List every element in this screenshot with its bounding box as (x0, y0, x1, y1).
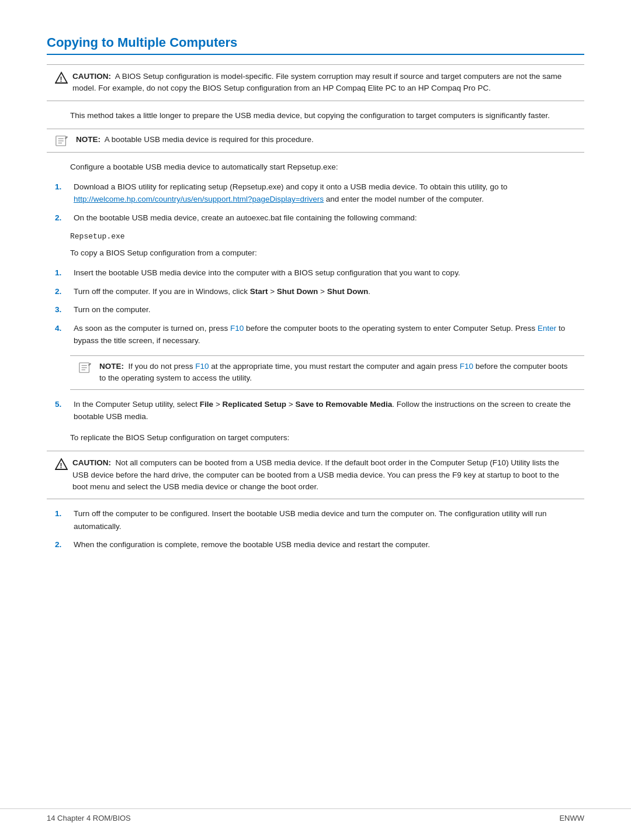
page-content: Copying to Multiple Computers ! CAUTION:… (0, 0, 631, 606)
footer-right: ENWW (559, 814, 584, 822)
step-text-4-1: Turn off the computer to be configured. … (74, 509, 546, 531)
steps-list-4: 1. Turn off the computer to be configure… (70, 507, 584, 551)
step-1-1: 1. Download a BIOS utility for replicati… (70, 181, 584, 206)
steps-list-1: 1. Download a BIOS utility for replicati… (70, 181, 584, 224)
step-2-1: 1. Insert the bootable USB media device … (70, 267, 584, 279)
steps-list-2: 1. Insert the bootable USB media device … (70, 267, 584, 347)
step-num-2-4: 4. (55, 322, 61, 335)
step-text-2-1: Insert the bootable USB media device int… (74, 268, 460, 277)
caution-icon-2: ! (55, 458, 68, 473)
caution-icon-1: ! (55, 71, 68, 87)
code-block-1: Repsetup.exe (70, 232, 584, 241)
step-num-1-2: 2. (55, 212, 61, 224)
hp-support-link[interactable]: http://welcome.hp.com/country/us/en/supp… (74, 195, 324, 203)
note-label-1: NOTE: (76, 135, 100, 144)
step-num-2-1: 1. (55, 267, 61, 279)
step-text-2-3: Turn on the computer. (74, 305, 151, 314)
step-1-2: 2. On the bootable USB media device, cre… (70, 212, 584, 224)
caution-box-1: ! CAUTION: A BIOS Setup configuration is… (47, 64, 584, 101)
copy-intro: To copy a BIOS Setup configuration from … (47, 247, 584, 260)
note-text-1: NOTE: A bootable USB media device is req… (76, 134, 314, 146)
step-3-5: 5. In the Computer Setup utility, select… (70, 398, 584, 423)
configure-intro: Configure a bootable USB media device to… (47, 161, 584, 174)
step-4-1: 1. Turn off the computer to be configure… (70, 507, 584, 533)
step-num-4-1: 1. (55, 507, 61, 520)
steps-list-3: 5. In the Computer Setup utility, select… (70, 398, 584, 423)
footer-left: 14 Chapter 4 ROM/BIOS (47, 814, 131, 822)
note-text-2: NOTE: If you do not press F10 at the app… (99, 361, 576, 385)
step-2-4: 4. As soon as the computer is turned on,… (70, 322, 584, 347)
note-box-1: NOTE: A bootable USB media device is req… (47, 129, 584, 153)
step-text-2-4: As soon as the computer is turned on, pr… (74, 324, 565, 345)
note-icon-1 (55, 134, 71, 147)
step-num-2-2: 2. (55, 285, 61, 298)
caution-label-1: CAUTION: (72, 72, 111, 81)
caution-body-2: Not all computers can be booted from a U… (72, 458, 559, 491)
svg-text:!: ! (60, 462, 63, 470)
body-text-1: This method takes a little longer to pre… (47, 109, 584, 122)
step-num-2-3: 3. (55, 303, 61, 316)
note-body-1: A bootable USB media device is required … (105, 135, 314, 144)
caution-body-1: A BIOS Setup configuration is model-spec… (72, 72, 561, 92)
step-num-1-1: 1. (55, 181, 61, 193)
step-text-1-2: On the bootable USB media device, create… (74, 213, 417, 222)
step-num-3-5: 5. (55, 398, 61, 411)
step-text-2-2: Turn off the computer. If you are in Win… (74, 287, 370, 296)
step-num-4-2: 2. (55, 538, 61, 551)
svg-text:!: ! (60, 75, 63, 84)
caution-text-1: CAUTION: A BIOS Setup configuration is m… (72, 71, 576, 95)
step-text-1-1: Download a BIOS utility for replicating … (74, 182, 507, 204)
replicate-intro: To replicate the BIOS Setup configuratio… (47, 431, 584, 444)
caution-box-2: ! CAUTION: Not all computers can be boot… (47, 451, 584, 499)
page-title: Copying to Multiple Computers (47, 35, 584, 55)
caution-label-2: CAUTION: (72, 458, 111, 467)
caution-text-2: CAUTION: Not all computers can be booted… (72, 457, 576, 493)
step-text-3-5: In the Computer Setup utility, select Fi… (74, 400, 571, 421)
note-icon-2 (78, 361, 95, 374)
note-label-2: NOTE: (99, 362, 124, 371)
step-text-4-2: When the configuration is complete, remo… (74, 540, 430, 549)
page-footer: 14 Chapter 4 ROM/BIOS ENWW (0, 808, 631, 822)
step-4-2: 2. When the configuration is complete, r… (70, 538, 584, 551)
note-box-2: NOTE: If you do not press F10 at the app… (70, 355, 584, 390)
step-2-3: 3. Turn on the computer. (70, 303, 584, 316)
step-2-2: 2. Turn off the computer. If you are in … (70, 285, 584, 298)
